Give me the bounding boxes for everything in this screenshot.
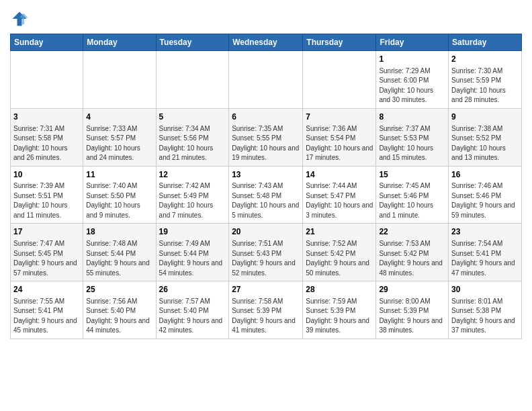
weekday-header-wednesday: Wednesday [229,34,303,51]
calendar-week-5: 24Sunrise: 7:55 AM Sunset: 5:41 PM Dayli… [11,281,522,339]
day-number: 1 [379,54,445,65]
calendar-cell: 20Sunrise: 7:51 AM Sunset: 5:43 PM Dayli… [229,224,303,281]
weekday-header-thursday: Thursday [303,34,376,51]
calendar-cell: 19Sunrise: 7:49 AM Sunset: 5:44 PM Dayli… [156,224,229,281]
calendar-cell: 23Sunrise: 7:54 AM Sunset: 5:41 PM Dayli… [449,224,522,281]
calendar-week-2: 3Sunrise: 7:31 AM Sunset: 5:58 PM Daylig… [11,108,522,166]
day-info: Sunrise: 7:58 AM Sunset: 5:39 PM Dayligh… [232,297,300,336]
day-number: 16 [451,169,519,181]
calendar-week-1: 1Sunrise: 7:29 AM Sunset: 6:00 PM Daylig… [11,51,522,109]
day-number: 25 [86,284,152,295]
day-info: Sunrise: 7:30 AM Sunset: 5:59 PM Dayligh… [451,66,519,105]
weekday-header-tuesday: Tuesday [156,34,229,51]
calendar-cell: 13Sunrise: 7:43 AM Sunset: 5:48 PM Dayli… [229,166,303,224]
day-info: Sunrise: 7:49 AM Sunset: 5:44 PM Dayligh… [159,239,226,278]
weekday-header-friday: Friday [376,34,449,51]
day-info: Sunrise: 8:01 AM Sunset: 5:38 PM Dayligh… [451,297,519,336]
day-info: Sunrise: 7:56 AM Sunset: 5:40 PM Dayligh… [86,297,152,336]
day-number: 19 [159,226,226,238]
day-info: Sunrise: 7:34 AM Sunset: 5:56 PM Dayligh… [159,124,226,163]
day-info: Sunrise: 7:55 AM Sunset: 5:41 PM Dayligh… [13,297,80,336]
day-number: 23 [451,226,519,238]
calendar-cell: 26Sunrise: 7:57 AM Sunset: 5:40 PM Dayli… [156,281,229,339]
day-number: 10 [13,169,80,181]
day-info: Sunrise: 7:59 AM Sunset: 5:39 PM Dayligh… [306,297,373,336]
day-info: Sunrise: 7:35 AM Sunset: 5:55 PM Dayligh… [232,124,300,163]
calendar-cell: 4Sunrise: 7:33 AM Sunset: 5:57 PM Daylig… [83,108,156,166]
day-number: 13 [232,169,300,181]
day-info: Sunrise: 7:29 AM Sunset: 6:00 PM Dayligh… [379,66,445,105]
day-info: Sunrise: 7:36 AM Sunset: 5:54 PM Dayligh… [306,124,373,163]
day-info: Sunrise: 7:43 AM Sunset: 5:48 PM Dayligh… [232,181,300,220]
day-info: Sunrise: 7:39 AM Sunset: 5:51 PM Dayligh… [13,181,80,220]
calendar-week-3: 10Sunrise: 7:39 AM Sunset: 5:51 PM Dayli… [11,166,522,224]
calendar-cell: 6Sunrise: 7:35 AM Sunset: 5:55 PM Daylig… [229,108,303,166]
calendar-cell: 29Sunrise: 8:00 AM Sunset: 5:39 PM Dayli… [376,281,449,339]
calendar-cell: 10Sunrise: 7:39 AM Sunset: 5:51 PM Dayli… [11,166,83,224]
day-info: Sunrise: 7:31 AM Sunset: 5:58 PM Dayligh… [13,124,80,163]
day-info: Sunrise: 7:52 AM Sunset: 5:42 PM Dayligh… [306,239,373,278]
day-info: Sunrise: 7:54 AM Sunset: 5:41 PM Dayligh… [451,239,519,278]
calendar-cell: 12Sunrise: 7:42 AM Sunset: 5:49 PM Dayli… [156,166,229,224]
day-number: 15 [379,169,445,181]
day-info: Sunrise: 7:38 AM Sunset: 5:52 PM Dayligh… [451,124,519,163]
day-info: Sunrise: 8:00 AM Sunset: 5:39 PM Dayligh… [379,297,445,336]
calendar-cell: 17Sunrise: 7:47 AM Sunset: 5:45 PM Dayli… [11,224,83,281]
day-number: 4 [86,111,152,123]
day-number: 17 [13,226,80,238]
calendar-cell [156,51,229,109]
day-number: 22 [379,226,445,238]
day-info: Sunrise: 7:57 AM Sunset: 5:40 PM Dayligh… [159,297,226,336]
day-number: 27 [232,284,300,295]
calendar-cell: 28Sunrise: 7:59 AM Sunset: 5:39 PM Dayli… [303,281,376,339]
page-header [10,7,522,28]
day-number: 26 [159,284,226,295]
calendar-cell: 27Sunrise: 7:58 AM Sunset: 5:39 PM Dayli… [229,281,303,339]
calendar-week-4: 17Sunrise: 7:47 AM Sunset: 5:45 PM Dayli… [11,224,522,281]
calendar-cell: 25Sunrise: 7:56 AM Sunset: 5:40 PM Dayli… [83,281,156,339]
day-number: 2 [451,54,519,65]
day-info: Sunrise: 7:51 AM Sunset: 5:43 PM Dayligh… [232,239,300,278]
day-number: 8 [379,111,445,123]
day-info: Sunrise: 7:47 AM Sunset: 5:45 PM Dayligh… [13,239,80,278]
day-number: 29 [379,284,445,295]
day-info: Sunrise: 7:48 AM Sunset: 5:44 PM Dayligh… [86,239,152,278]
day-info: Sunrise: 7:33 AM Sunset: 5:57 PM Dayligh… [86,124,152,163]
calendar-cell [303,51,376,109]
day-number: 18 [86,226,152,238]
calendar-cell: 5Sunrise: 7:34 AM Sunset: 5:56 PM Daylig… [156,108,229,166]
day-info: Sunrise: 7:42 AM Sunset: 5:49 PM Dayligh… [159,181,226,220]
calendar-cell: 24Sunrise: 7:55 AM Sunset: 5:41 PM Dayli… [11,281,83,339]
day-number: 24 [13,284,80,295]
day-info: Sunrise: 7:45 AM Sunset: 5:46 PM Dayligh… [379,181,445,220]
day-number: 7 [306,111,373,123]
calendar-cell: 16Sunrise: 7:46 AM Sunset: 5:46 PM Dayli… [449,166,522,224]
day-number: 21 [306,226,373,238]
calendar-cell: 9Sunrise: 7:38 AM Sunset: 5:52 PM Daylig… [449,108,522,166]
weekday-header-saturday: Saturday [449,34,522,51]
day-number: 20 [232,226,300,238]
day-info: Sunrise: 7:44 AM Sunset: 5:47 PM Dayligh… [306,181,373,220]
day-number: 3 [13,111,80,123]
calendar-cell [83,51,156,109]
calendar-cell: 8Sunrise: 7:37 AM Sunset: 5:53 PM Daylig… [376,108,449,166]
day-info: Sunrise: 7:46 AM Sunset: 5:46 PM Dayligh… [451,181,519,220]
day-info: Sunrise: 7:37 AM Sunset: 5:53 PM Dayligh… [379,124,445,163]
weekday-header-row: SundayMondayTuesdayWednesdayThursdayFrid… [11,34,522,51]
calendar-cell [229,51,303,109]
calendar-cell: 18Sunrise: 7:48 AM Sunset: 5:44 PM Dayli… [83,224,156,281]
calendar-cell: 22Sunrise: 7:53 AM Sunset: 5:42 PM Dayli… [376,224,449,281]
day-number: 6 [232,111,300,123]
day-number: 9 [451,111,519,123]
calendar-cell: 11Sunrise: 7:40 AM Sunset: 5:50 PM Dayli… [83,166,156,224]
day-info: Sunrise: 7:53 AM Sunset: 5:42 PM Dayligh… [379,239,445,278]
day-number: 12 [159,169,226,181]
calendar-cell: 3Sunrise: 7:31 AM Sunset: 5:58 PM Daylig… [11,108,83,166]
day-number: 11 [86,169,152,181]
day-number: 30 [451,284,519,295]
logo [10,7,32,28]
weekday-header-sunday: Sunday [11,34,83,51]
calendar-cell [11,51,83,109]
calendar-cell: 21Sunrise: 7:52 AM Sunset: 5:42 PM Dayli… [303,224,376,281]
calendar-cell: 2Sunrise: 7:30 AM Sunset: 5:59 PM Daylig… [449,51,522,109]
